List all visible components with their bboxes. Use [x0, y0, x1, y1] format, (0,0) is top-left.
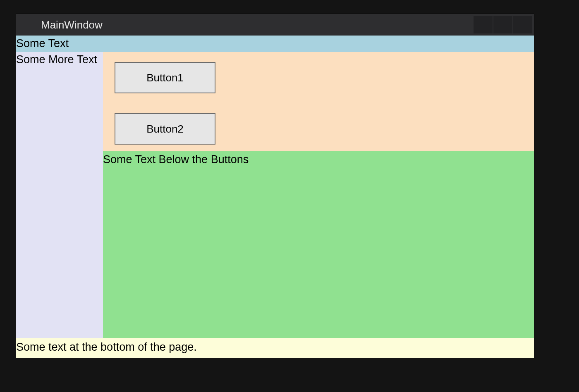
window-title: MainWindow: [41, 19, 103, 31]
left-sidebar: Some More Text: [16, 52, 103, 338]
window-controls: [474, 14, 534, 36]
button-2[interactable]: Button2: [115, 113, 215, 145]
client-area: Some Text Some More Text Button1 Button2…: [16, 36, 534, 358]
titlebar[interactable]: MainWindow: [16, 14, 534, 36]
footer-text: Some text at the bottom of the page.: [16, 341, 197, 353]
footer: Some text at the bottom of the page.: [16, 338, 534, 358]
button-2-label: Button2: [146, 123, 184, 135]
sidebar-text: Some More Text: [16, 53, 97, 66]
button-1-label: Button1: [146, 71, 184, 84]
top-banner: Some Text: [16, 36, 534, 52]
below-buttons-text: Some Text Below the Buttons: [103, 153, 249, 166]
button-1[interactable]: Button1: [115, 62, 215, 93]
main-window: MainWindow Some Text Some More Text Butt…: [16, 14, 534, 358]
below-buttons-panel: Some Text Below the Buttons: [103, 151, 534, 338]
top-banner-text: Some Text: [16, 37, 69, 50]
minimize-button[interactable]: [474, 16, 493, 33]
maximize-button[interactable]: [493, 16, 512, 33]
buttons-panel: Button1 Button2: [103, 52, 534, 151]
close-button[interactable]: [513, 16, 532, 33]
